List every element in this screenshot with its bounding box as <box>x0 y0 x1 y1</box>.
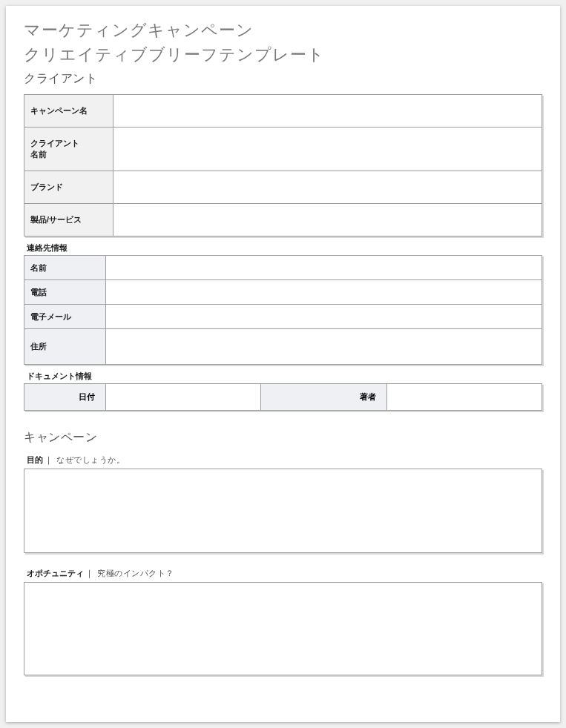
opportunity-input[interactable] <box>24 583 542 675</box>
objective-box <box>24 469 542 553</box>
opportunity-label-row: オポチュニティ｜ 究極のインパクト？ <box>27 568 542 579</box>
client-heading: クライアント <box>24 71 542 87</box>
contact-email-cell <box>106 305 542 329</box>
contact-name-input[interactable] <box>106 256 542 279</box>
document-info-heading: ドキュメント情報 <box>27 371 542 382</box>
opportunity-block: オポチュニティ｜ 究極のインパクト？ <box>24 568 542 675</box>
objective-sep: ｜ <box>45 455 53 464</box>
objective-label-row: 目的｜ なぜでしょうか。 <box>27 454 542 466</box>
doc-date-cell <box>106 384 261 411</box>
contact-email-label: 電子メール <box>24 305 106 329</box>
objective-input[interactable] <box>24 469 542 552</box>
contact-email-input[interactable] <box>106 305 542 328</box>
opportunity-box <box>24 582 542 675</box>
contact-address-cell <box>106 329 542 365</box>
doc-author-label: 著者 <box>261 384 387 411</box>
product-input[interactable] <box>113 208 542 232</box>
title-line-1: マーケティングキャンペーン <box>24 21 254 39</box>
objective-block: 目的｜ なぜでしょうか。 <box>24 454 542 553</box>
doc-author-input[interactable] <box>387 385 542 409</box>
page: マーケティングキャンペーン クリエイティブブリーフテンプレート クライアント キ… <box>6 6 560 722</box>
objective-label: 目的 <box>27 455 43 464</box>
campaign-name-cell <box>113 95 542 128</box>
campaign-name-label: キャンペーン名 <box>24 95 113 128</box>
product-label: 製品/サービス <box>24 204 113 236</box>
contact-name-cell <box>106 256 542 280</box>
doc-date-label: 日付 <box>24 384 106 411</box>
client-name-input[interactable] <box>113 137 542 161</box>
campaign-name-input[interactable] <box>113 99 542 123</box>
client-table: キャンペーン名 クライアント 名前 ブランド 製品/サービス <box>24 94 542 236</box>
opportunity-hint: 究極のインパクト？ <box>97 569 174 578</box>
contact-phone-label: 電話 <box>24 280 106 305</box>
opportunity-label: オポチュニティ <box>27 569 84 578</box>
contact-heading: 連絡先情報 <box>27 242 542 254</box>
objective-hint: なぜでしょうか。 <box>56 455 125 464</box>
product-cell <box>113 204 542 236</box>
campaign-section: キャンペーン 目的｜ なぜでしょうか。 オポチュニティ｜ 究極のインパクト？ <box>24 430 542 675</box>
document-title: マーケティングキャンペーン クリエイティブブリーフテンプレート <box>24 18 542 67</box>
contact-phone-cell <box>106 280 542 305</box>
doc-author-cell <box>387 384 542 411</box>
opportunity-sep: ｜ <box>85 569 93 578</box>
contact-address-input[interactable] <box>106 335 542 359</box>
contact-table: 名前 電話 電子メール 住所 <box>24 255 542 365</box>
brand-cell <box>113 171 542 204</box>
title-line-2: クリエイティブブリーフテンプレート <box>24 45 325 64</box>
client-name-cell <box>113 128 542 171</box>
brand-label: ブランド <box>24 171 113 204</box>
contact-phone-input[interactable] <box>106 280 542 304</box>
contact-name-label: 名前 <box>24 256 106 280</box>
brand-input[interactable] <box>113 176 542 199</box>
document-info-table: 日付 著者 <box>24 383 542 411</box>
doc-date-input[interactable] <box>106 385 260 409</box>
client-name-label: クライアント 名前 <box>24 128 113 171</box>
campaign-heading: キャンペーン <box>24 430 542 446</box>
contact-address-label: 住所 <box>24 329 106 365</box>
